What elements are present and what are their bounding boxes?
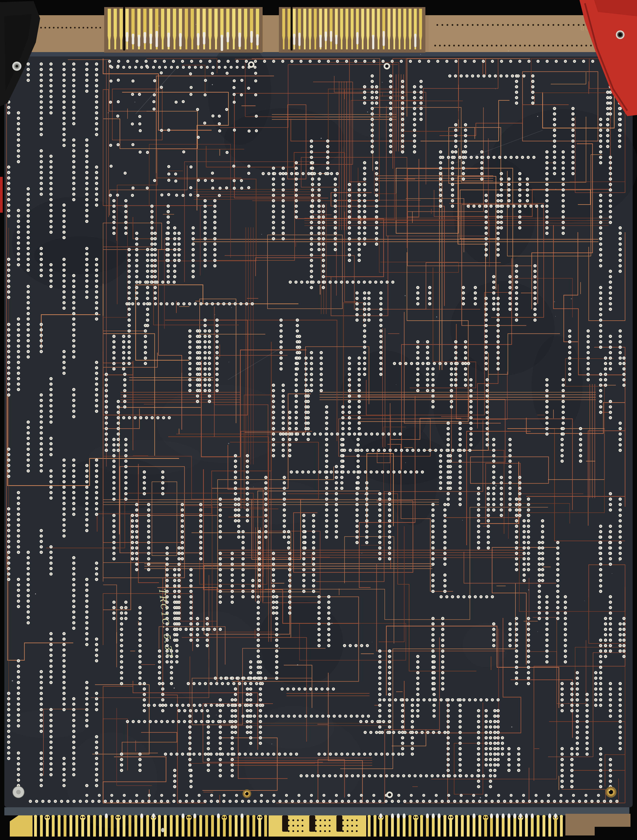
red-sliver-left-edge — [0, 177, 3, 213]
bottom-board-bevel — [4, 807, 629, 815]
pcb-board: RO PCB-10B TRC1C. 5.37 — [4, 7, 637, 839]
pcb-photo-scan: RO PCB-10B TRC1C. 5.37 — [0, 0, 637, 840]
